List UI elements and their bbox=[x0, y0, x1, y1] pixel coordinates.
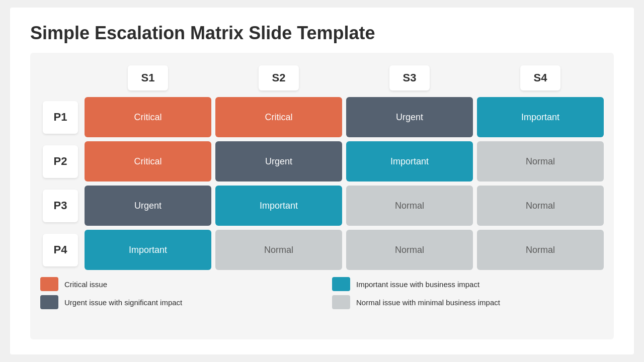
legend-label-urgent: Urgent issue with significant impact bbox=[64, 298, 182, 307]
row-header-p4: P4 bbox=[40, 230, 80, 270]
cell-p2-s4: Normal bbox=[477, 141, 604, 182]
matrix-container: S1 S2 S3 S4 P1 Critical Critical Urgent … bbox=[30, 53, 614, 339]
cell-p4-s4: Normal bbox=[477, 230, 604, 270]
cell-p4-s3: Normal bbox=[346, 230, 473, 270]
cell-p1-s4: Important bbox=[477, 97, 604, 137]
legend-icon-critical bbox=[40, 277, 58, 291]
legend: Critical issue Important issue with busi… bbox=[40, 277, 604, 309]
col-header-s3: S3 bbox=[346, 63, 473, 93]
legend-item-critical: Critical issue bbox=[40, 277, 312, 291]
s2-label: S2 bbox=[259, 65, 299, 90]
legend-icon-important bbox=[332, 277, 350, 291]
slide-title: Simple Escalation Matrix Slide Template bbox=[30, 23, 614, 44]
cell-p2-s3: Important bbox=[346, 141, 473, 182]
cell-p3-s2: Important bbox=[215, 186, 342, 226]
legend-item-normal: Normal issue with minimal business impac… bbox=[332, 295, 604, 309]
col-header-s2: S2 bbox=[215, 63, 342, 93]
legend-icon-normal bbox=[332, 295, 350, 309]
cell-p4-s2: Normal bbox=[215, 230, 342, 270]
row-header-p1: P1 bbox=[40, 97, 80, 137]
cell-p2-s1: Critical bbox=[85, 141, 211, 182]
cell-p1-s2: Critical bbox=[215, 97, 342, 137]
cell-p3-s3: Normal bbox=[346, 186, 473, 226]
legend-item-urgent: Urgent issue with significant impact bbox=[40, 295, 312, 309]
slide: Simple Escalation Matrix Slide Template … bbox=[10, 8, 634, 354]
matrix-grid: S1 S2 S3 S4 P1 Critical Critical Urgent … bbox=[40, 63, 604, 270]
legend-label-normal: Normal issue with minimal business impac… bbox=[356, 298, 500, 307]
col-header-s1: S1 bbox=[85, 63, 211, 93]
row-header-p3: P3 bbox=[40, 186, 80, 226]
s3-label: S3 bbox=[389, 65, 430, 90]
row-header-p2: P2 bbox=[40, 141, 80, 182]
cell-p2-s2: Urgent bbox=[215, 141, 342, 182]
corner-cell bbox=[40, 63, 80, 93]
p1-label: P1 bbox=[43, 101, 78, 134]
cell-p1-s3: Urgent bbox=[346, 97, 473, 137]
legend-item-important: Important issue with business impact bbox=[332, 277, 604, 291]
cell-p4-s1: Important bbox=[85, 230, 211, 270]
cell-p3-s4: Normal bbox=[477, 186, 604, 226]
p3-label: P3 bbox=[43, 190, 78, 222]
s1-label: S1 bbox=[128, 65, 168, 90]
p2-label: P2 bbox=[43, 145, 78, 178]
p4-label: P4 bbox=[43, 234, 78, 266]
legend-icon-urgent bbox=[40, 295, 58, 309]
legend-label-critical: Critical issue bbox=[64, 280, 107, 289]
s4-label: S4 bbox=[520, 65, 560, 90]
cell-p1-s1: Critical bbox=[85, 97, 211, 137]
col-header-s4: S4 bbox=[477, 63, 604, 93]
legend-label-important: Important issue with business impact bbox=[356, 280, 479, 289]
cell-p3-s1: Urgent bbox=[85, 186, 211, 226]
